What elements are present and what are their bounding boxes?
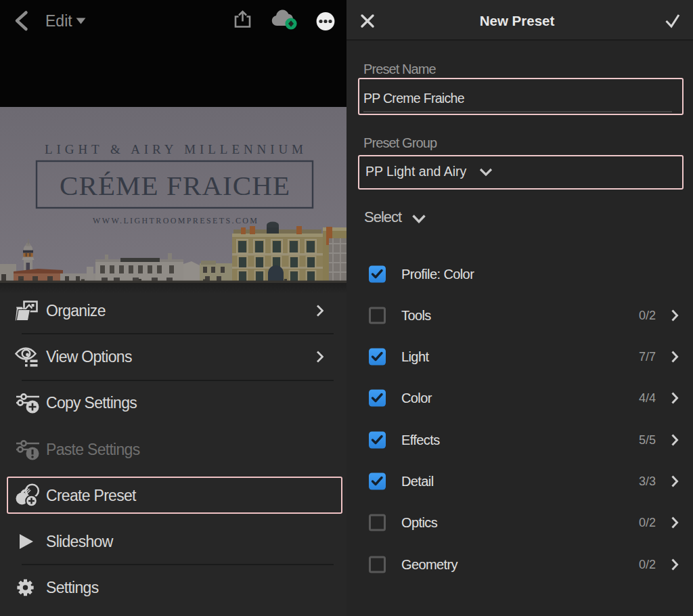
- svg-text:CRÉME FRAICHE: CRÉME FRAICHE: [60, 170, 290, 201]
- svg-text:WWW.LIGHTROOMPRESETS.COM: WWW.LIGHTROOMPRESETS.COM: [93, 216, 257, 225]
- svg-text:New Preset: New Preset: [480, 13, 555, 28]
- svg-text:Edit: Edit: [45, 12, 72, 30]
